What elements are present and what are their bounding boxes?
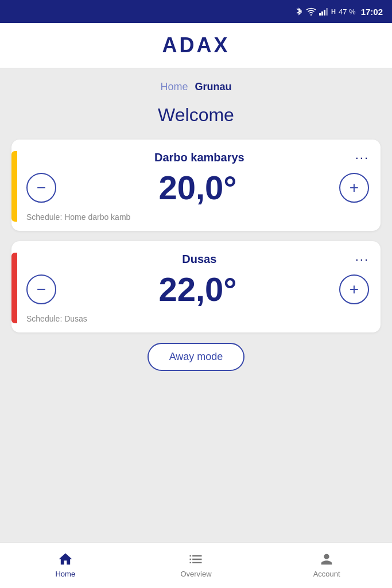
minus-icon-dusas: − — [37, 281, 46, 297]
nav-label-home: Home — [55, 570, 75, 578]
card-header-dusas: Dusas ··· — [26, 253, 369, 266]
card-header-darbo: Darbo kambarys ··· — [26, 151, 369, 164]
card-accent-darbo — [11, 151, 17, 222]
svg-rect-2 — [321, 11, 323, 16]
away-mode-button[interactable]: Away mode — [148, 343, 245, 371]
card-accent-dusas — [11, 253, 17, 323]
device-name-darbo: Darbo kambarys — [44, 151, 355, 164]
welcome-title: Welcome — [0, 105, 392, 126]
card-controls-darbo: − 20,0° + — [26, 169, 369, 207]
device-card-darbo: Darbo kambarys ··· − 20,0° + Schedule: H… — [11, 140, 381, 231]
increase-temp-darbo[interactable]: + — [339, 173, 369, 203]
plus-icon-dusas: + — [350, 281, 359, 297]
nav-label-account: Account — [313, 570, 340, 578]
schedule-dusas: Schedule: Dusas — [26, 314, 369, 323]
nav-label-overview: Overview — [180, 570, 211, 578]
decrease-temp-dusas[interactable]: − — [26, 274, 56, 304]
main-content: Home Grunau Welcome Darbo kambarys ··· −… — [0, 68, 392, 542]
network-type-indicator: H — [331, 8, 336, 15]
device-card-dusas: Dusas ··· − 22,0° + Schedule: Dusas — [11, 241, 381, 332]
status-bar: H 47 % 17:02 — [0, 0, 392, 23]
decrease-temp-darbo[interactable]: − — [26, 173, 56, 203]
signal-icon — [319, 7, 328, 16]
device-menu-dusas[interactable]: ··· — [355, 253, 369, 266]
home-icon — [57, 551, 73, 567]
card-body-dusas: Dusas ··· − 22,0° + Schedule: Dusas — [26, 253, 369, 323]
device-name-dusas: Dusas — [44, 253, 355, 266]
minus-icon-darbo: − — [37, 180, 46, 196]
away-mode-container: Away mode — [0, 343, 392, 371]
bluetooth-icon — [295, 6, 303, 17]
overview-icon — [188, 551, 204, 567]
svg-point-0 — [311, 14, 312, 16]
app-header: ADAX — [0, 23, 392, 68]
increase-temp-dusas[interactable]: + — [339, 274, 369, 304]
svg-rect-3 — [324, 10, 325, 16]
account-icon — [319, 551, 335, 567]
status-icons: H 47 % 17:02 — [295, 6, 383, 17]
plus-icon-darbo: + — [350, 180, 359, 196]
nav-item-home[interactable]: Home — [42, 551, 88, 578]
device-menu-darbo[interactable]: ··· — [355, 152, 369, 164]
svg-rect-4 — [326, 8, 328, 16]
app-logo: ADAX — [162, 33, 230, 57]
wifi-icon — [306, 7, 316, 16]
schedule-darbo: Schedule: Home darbo kamb — [26, 212, 369, 222]
svg-rect-1 — [319, 13, 321, 16]
card-controls-dusas: − 22,0° + — [26, 270, 369, 308]
card-body-darbo: Darbo kambarys ··· − 20,0° + Schedule: H… — [26, 151, 369, 222]
breadcrumb: Home Grunau — [0, 68, 392, 99]
nav-item-account[interactable]: Account — [304, 551, 350, 578]
battery-percentage: 47 % — [339, 7, 356, 16]
breadcrumb-home[interactable]: Home — [160, 81, 188, 93]
temperature-dusas: 22,0° — [158, 273, 236, 306]
temperature-darbo: 20,0° — [158, 171, 236, 204]
bottom-nav: Home Overview Account — [0, 542, 392, 588]
status-time: 17:02 — [361, 7, 383, 17]
breadcrumb-active[interactable]: Grunau — [195, 81, 232, 93]
nav-item-overview[interactable]: Overview — [173, 551, 219, 578]
